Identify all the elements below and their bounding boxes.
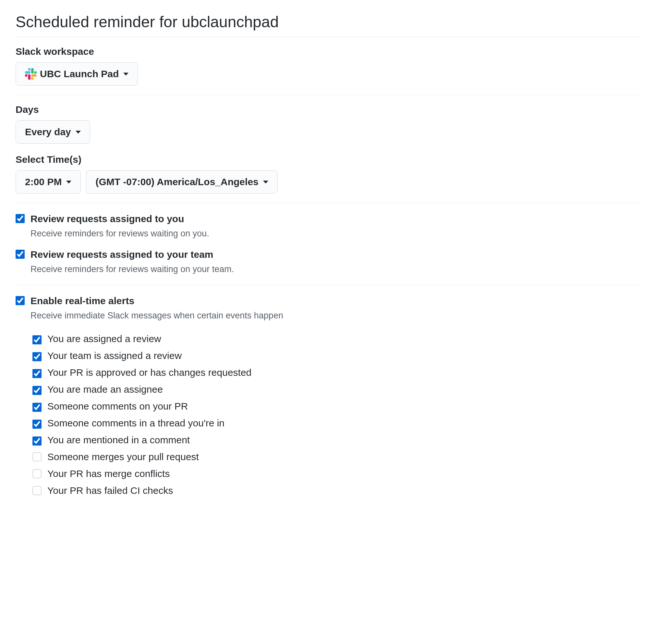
alert-checkbox[interactable] — [32, 420, 42, 429]
alert-checkbox[interactable] — [32, 436, 42, 445]
alert-label: Someone comments on your PR — [47, 401, 188, 412]
time-label: Select Time(s) — [16, 154, 638, 165]
alert-item: You are mentioned in a comment — [32, 435, 638, 445]
time-select[interactable]: 2:00 PM — [16, 170, 81, 193]
alert-item: Your PR has failed CI checks — [32, 485, 638, 496]
alert-item: Your team is assigned a review — [32, 350, 638, 361]
caret-down-icon — [263, 181, 268, 184]
review-you-desc: Receive reminders for reviews waiting on… — [30, 228, 209, 240]
slack-icon — [25, 68, 37, 80]
alert-label: Your team is assigned a review — [47, 350, 182, 361]
timezone-select[interactable]: (GMT -07:00) America/Los_Angeles — [86, 170, 277, 193]
review-team-checkbox[interactable] — [16, 250, 25, 259]
alert-checkbox[interactable] — [32, 452, 42, 461]
timezone-value: (GMT -07:00) America/Los_Angeles — [95, 175, 258, 189]
caret-down-icon — [123, 73, 129, 75]
alert-label: You are mentioned in a comment — [47, 435, 190, 445]
alert-label: Someone comments in a thread you're in — [47, 418, 225, 429]
alert-label: Your PR has failed CI checks — [47, 485, 173, 496]
alert-label: Your PR is approved or has changes reque… — [47, 367, 251, 378]
alert-item: You are made an assignee — [32, 384, 638, 395]
alert-item: Someone merges your pull request — [32, 452, 638, 462]
days-value: Every day — [25, 125, 71, 139]
alert-item: Your PR is approved or has changes reque… — [32, 367, 638, 378]
alert-item: Your PR has merge conflicts — [32, 468, 638, 479]
alert-checkbox[interactable] — [32, 386, 42, 395]
realtime-title: Enable real-time alerts — [30, 294, 283, 308]
alert-checkbox[interactable] — [32, 486, 42, 495]
alert-checkbox[interactable] — [32, 469, 42, 478]
caret-down-icon — [66, 181, 71, 184]
workspace-value: UBC Launch Pad — [40, 67, 119, 81]
alert-item: You are assigned a review — [32, 334, 638, 344]
review-team-desc: Receive reminders for reviews waiting on… — [30, 263, 234, 276]
alert-label: Someone merges your pull request — [47, 452, 199, 462]
review-you-title: Review requests assigned to you — [30, 212, 209, 226]
review-team-title: Review requests assigned to your team — [30, 248, 234, 261]
workspace-label: Slack workspace — [16, 46, 638, 57]
time-value: 2:00 PM — [25, 175, 62, 189]
days-select[interactable]: Every day — [16, 120, 90, 144]
alert-item: Someone comments on your PR — [32, 401, 638, 412]
alert-label: You are assigned a review — [47, 334, 161, 344]
realtime-desc: Receive immediate Slack messages when ce… — [30, 310, 283, 322]
alert-list: You are assigned a reviewYour team is as… — [16, 334, 638, 496]
alert-label: You are made an assignee — [47, 384, 163, 395]
page-title: Scheduled reminder for ubclaunchpad — [16, 13, 638, 37]
workspace-select[interactable]: UBC Launch Pad — [16, 62, 138, 86]
alert-checkbox[interactable] — [32, 335, 42, 344]
realtime-checkbox[interactable] — [16, 296, 25, 305]
alert-label: Your PR has merge conflicts — [47, 468, 170, 479]
alert-checkbox[interactable] — [32, 352, 42, 361]
caret-down-icon — [75, 131, 81, 134]
alert-checkbox[interactable] — [32, 369, 42, 378]
days-label: Days — [16, 104, 638, 115]
alert-checkbox[interactable] — [32, 403, 42, 412]
review-you-checkbox[interactable] — [16, 214, 25, 223]
alert-item: Someone comments in a thread you're in — [32, 418, 638, 429]
